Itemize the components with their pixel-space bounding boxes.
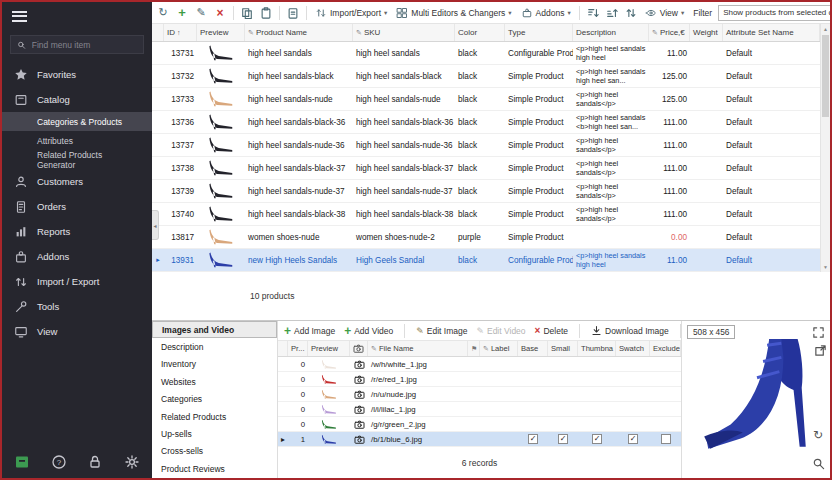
cell-base-checkbox[interactable]: ✓ <box>518 432 548 446</box>
column-header-camera[interactable] <box>350 341 368 356</box>
cell-thumbnail-checkbox[interactable] <box>578 357 616 371</box>
scroll-down-arrow[interactable]: ▼ <box>821 264 830 270</box>
cell-swatch-checkbox[interactable] <box>616 387 650 401</box>
cell-swatch-checkbox[interactable] <box>616 402 650 416</box>
sidebar-item-customers[interactable]: Customers <box>2 169 152 194</box>
sidebar-item-reports[interactable]: Reports <box>2 219 152 244</box>
column-header-price[interactable]: ✎Price,€ <box>649 24 690 41</box>
scroll-up-arrow[interactable]: ▲ <box>821 26 830 32</box>
cell-small-checkbox[interactable] <box>548 417 578 431</box>
column-header-id[interactable]: ID↑ <box>164 24 197 41</box>
bottom-tab[interactable]: Inventory <box>152 356 277 373</box>
column-header-file-name[interactable]: ✎File Name <box>368 341 468 356</box>
row-expander[interactable] <box>278 417 288 431</box>
product-row[interactable]: 13733 high heel sandals-nude high heel s… <box>152 88 820 111</box>
image-row[interactable]: 0 /n/u/nude.jpg <box>278 387 681 402</box>
delete-image-button[interactable]: ×Delete <box>535 326 568 336</box>
cell-swatch-checkbox[interactable] <box>616 357 650 371</box>
sidebar-collapse-handle[interactable]: ◂ <box>152 210 159 240</box>
cell-exclude-checkbox[interactable] <box>650 417 681 431</box>
product-row[interactable]: 13732 high heel sandals-black high heel … <box>152 65 820 88</box>
view-menu-button[interactable]: View▾ <box>642 4 688 22</box>
row-expander[interactable] <box>152 65 164 87</box>
column-header-flag[interactable]: ⚑ <box>468 341 480 356</box>
column-header-description[interactable]: Description <box>573 24 649 41</box>
column-header-exclude[interactable]: Exclude <box>650 341 681 356</box>
sort-ascending-button[interactable] <box>585 5 601 21</box>
cell-small-checkbox[interactable] <box>548 372 578 386</box>
bottom-tab[interactable]: Product Reviews <box>152 460 277 477</box>
lock-icon[interactable] <box>87 454 103 470</box>
vertical-scrollbar[interactable]: ▲ ▼ <box>820 24 830 272</box>
product-row[interactable]: 13931 new High Heels Sandals High Geels … <box>152 249 820 272</box>
image-row[interactable]: 0 /g/r/green_2.jpg <box>278 417 681 432</box>
cell-exclude-checkbox[interactable] <box>650 387 681 401</box>
scrollbar-thumb[interactable] <box>822 35 829 117</box>
bottom-tab[interactable]: Websites <box>152 373 277 390</box>
cell-base-checkbox[interactable] <box>518 372 548 386</box>
addons-menu-button[interactable]: Addons▾ <box>518 4 574 22</box>
sidebar-item-categories-products[interactable]: Categories & Products <box>2 112 152 131</box>
sidebar-item-favorites[interactable]: Favorites <box>2 62 152 87</box>
store-manager-icon[interactable] <box>14 454 30 470</box>
cell-small-checkbox[interactable]: ✓ <box>548 432 578 446</box>
column-header-label[interactable]: ✎Label <box>480 341 518 356</box>
sidebar-item-addons[interactable]: Addons <box>2 244 152 269</box>
bottom-tab[interactable]: Images and Video <box>152 321 277 338</box>
copy-to-clipboard-button[interactable] <box>285 5 301 21</box>
column-header-product-name[interactable]: ✎Product Name <box>245 24 353 41</box>
cell-swatch-checkbox[interactable]: ✓ <box>616 432 650 446</box>
row-expander[interactable] <box>278 372 288 386</box>
cell-swatch-checkbox[interactable] <box>616 372 650 386</box>
search-input[interactable] <box>32 40 137 50</box>
download-image-button[interactable]: Download Image <box>591 325 669 336</box>
column-header-type[interactable]: Type <box>505 24 573 41</box>
cell-base-checkbox[interactable] <box>518 402 548 416</box>
bottom-tab[interactable]: Cross-sells <box>152 443 277 460</box>
column-header-image-preview[interactable]: Preview <box>308 341 350 356</box>
row-expander[interactable] <box>278 357 288 371</box>
row-expander[interactable] <box>278 387 288 401</box>
add-video-button[interactable]: +Add Video <box>344 325 393 337</box>
column-header-small[interactable]: Small <box>548 341 578 356</box>
exclude-checkbox[interactable] <box>661 434 671 444</box>
image-row[interactable]: 1 /b/1/blue_6.jpg <box>278 432 681 447</box>
column-header-attribute-set[interactable]: Attribute Set Name <box>723 24 820 41</box>
sidebar-item-attributes[interactable]: Attributes <box>2 131 152 150</box>
product-row[interactable]: 13737 high heel sandals-nude-36 high hee… <box>152 134 820 157</box>
sidebar-item-tools[interactable]: Tools <box>2 294 152 319</box>
small-checkbox[interactable]: ✓ <box>558 434 568 444</box>
cell-exclude-checkbox[interactable] <box>650 432 681 446</box>
cell-base-checkbox[interactable] <box>518 417 548 431</box>
cell-thumbnail-checkbox[interactable] <box>578 372 616 386</box>
preview-refresh-button[interactable]: ↻ <box>811 428 825 442</box>
row-expander[interactable] <box>278 402 288 416</box>
bottom-tab[interactable]: Description <box>152 338 277 355</box>
cell-thumbnail-checkbox[interactable] <box>578 402 616 416</box>
sidebar-item-orders[interactable]: Orders <box>2 194 152 219</box>
edit-video-button[interactable]: ✎Edit Video <box>476 326 525 336</box>
edit-image-button[interactable]: ✎Edit Image <box>416 326 467 336</box>
multi-editors-menu-button[interactable]: Multi Editors & Changers▾ <box>393 4 514 22</box>
delete-product-button[interactable]: × <box>212 5 228 21</box>
product-row[interactable]: 13739 high heel sandals-nude-37 high hee… <box>152 180 820 203</box>
zoom-icon[interactable] <box>812 457 825 470</box>
row-expander[interactable] <box>278 432 288 446</box>
swatch-checkbox[interactable]: ✓ <box>628 434 638 444</box>
image-row[interactable]: 0 /r/e/red_1.jpg <box>278 372 681 387</box>
thumbnail-checkbox[interactable]: ✓ <box>592 434 602 444</box>
sidebar-item-catalog[interactable]: Catalog <box>2 87 152 112</box>
sidebar-item-related-products-generator[interactable]: Related Products Generator <box>2 150 152 169</box>
sort-updown-button[interactable] <box>623 5 639 21</box>
import-export-menu-button[interactable]: Import/Export▾ <box>312 4 390 22</box>
product-row[interactable]: 13731 high heel sandals high heel sandal… <box>152 42 820 65</box>
paste-button[interactable] <box>258 5 274 21</box>
hamburger-menu-button[interactable] <box>2 2 152 30</box>
product-row[interactable]: 13738 high heel sandals-black-37 high he… <box>152 157 820 180</box>
image-row[interactable]: 0 /l/i/lilac_1.jpg <box>278 402 681 417</box>
column-header-preview[interactable]: Preview <box>197 24 245 41</box>
column-header-weight[interactable]: Weight <box>690 24 723 41</box>
column-header-thumbnail[interactable]: Thumbna <box>578 341 616 356</box>
sidebar-search[interactable] <box>10 35 144 54</box>
cell-exclude-checkbox[interactable] <box>650 372 681 386</box>
